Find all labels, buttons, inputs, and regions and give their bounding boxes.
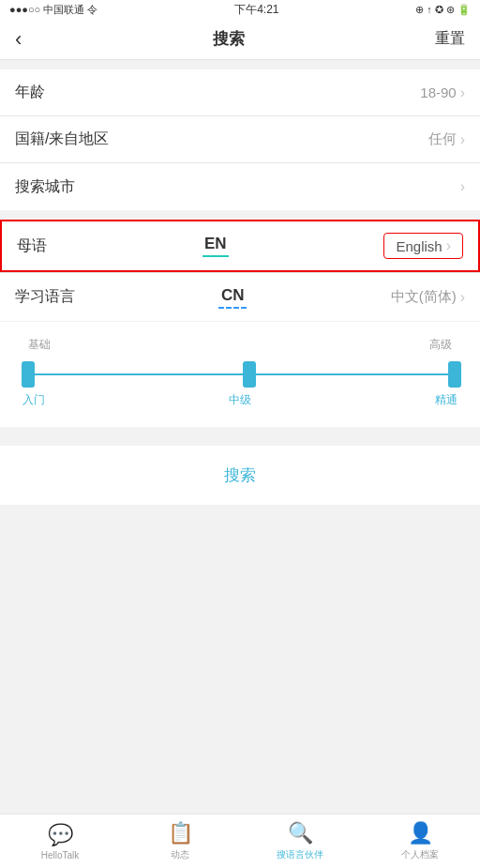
mother-tongue-section: 母语 EN English › <box>0 220 480 272</box>
slider-label-fluent: 精通 <box>435 392 458 408</box>
learn-language-code: CN <box>221 286 245 304</box>
page-title: 搜索 <box>213 28 245 50</box>
search-button[interactable]: 搜索 <box>224 464 256 486</box>
slider-thumb-middle[interactable] <box>243 361 256 388</box>
age-row[interactable]: 年龄 18-90 › <box>0 69 480 116</box>
search-button-section: 搜索 <box>0 446 480 505</box>
city-value: › <box>460 178 465 195</box>
nationality-row[interactable]: 国籍/来自地区 任何 › <box>0 116 480 163</box>
learn-code-underline <box>218 307 247 309</box>
tab-profile[interactable]: 👤 个人档案 <box>360 821 480 861</box>
slider-top-labels: 基础 高级 <box>19 337 461 353</box>
tab-search-icon: 🔍 <box>288 821 313 845</box>
city-chevron: › <box>460 178 465 195</box>
mother-tongue-language-box[interactable]: English › <box>383 233 463 259</box>
age-value: 18-90 › <box>420 84 465 101</box>
age-chevron: › <box>460 84 465 101</box>
mother-tongue-chevron: › <box>446 237 451 254</box>
city-label: 搜索城市 <box>15 177 75 197</box>
mother-tongue-label: 母语 <box>17 236 47 256</box>
section-gap-1 <box>0 60 480 69</box>
bottom-filler <box>0 505 480 832</box>
status-time: 下午4:21 <box>234 2 278 18</box>
slider-label-advanced: 高级 <box>429 337 452 353</box>
status-icons: ⊕ ↑ ✪ ⊛ 🔋 <box>415 4 471 16</box>
slider-track-container[interactable] <box>19 360 461 388</box>
tab-feed[interactable]: 📋 动态 <box>120 821 240 861</box>
mother-tongue-language-name: English <box>396 238 442 254</box>
tab-hellotalk[interactable]: 💬 HelloTalk <box>0 823 120 860</box>
learn-language-chevron: › <box>460 289 465 306</box>
slider-bottom-labels: 入门 中级 精通 <box>19 388 461 408</box>
nationality-value: 任何 › <box>428 130 465 148</box>
status-carrier: ●●●○○ 中国联通 令 <box>9 3 98 17</box>
mother-tongue-row[interactable]: 母语 EN English › <box>2 221 478 270</box>
slider-label-basic: 基础 <box>28 337 51 353</box>
nationality-label: 国籍/来自地区 <box>15 129 109 149</box>
slider-thumb-left[interactable] <box>22 361 35 388</box>
age-label: 年龄 <box>15 83 45 102</box>
basic-filters-section: 年龄 18-90 › 国籍/来自地区 任何 › 搜索城市 › <box>0 69 480 210</box>
learn-language-label: 学习语言 <box>15 287 75 307</box>
slider-label-beginner: 入门 <box>22 392 45 408</box>
reset-button[interactable]: 重置 <box>435 29 465 49</box>
status-bar: ●●●○○ 中国联通 令 下午4:21 ⊕ ↑ ✪ ⊛ 🔋 <box>0 0 480 19</box>
learn-language-value: 中文(简体) › <box>391 288 465 306</box>
section-gap-2 <box>0 210 480 220</box>
tab-feed-label: 动态 <box>171 848 189 861</box>
tab-profile-icon: 👤 <box>408 821 433 845</box>
slider-label-intermediate: 中级 <box>229 392 251 408</box>
section-gap-3 <box>0 427 480 436</box>
nav-bar: ‹ 搜索 重置 <box>0 19 480 60</box>
proficiency-slider-section: 基础 高级 入门 中级 精通 <box>0 322 480 427</box>
slider-thumb-right[interactable] <box>448 361 461 388</box>
tab-hellotalk-label: HelloTalk <box>41 850 80 860</box>
tab-bar: 💬 HelloTalk 📋 动态 🔍 搜语言伙伴 👤 个人档案 <box>0 814 480 868</box>
tab-search[interactable]: 🔍 搜语言伙伴 <box>240 821 360 861</box>
slider-track <box>28 373 452 375</box>
nationality-chevron: › <box>460 131 465 148</box>
back-button[interactable]: ‹ <box>15 27 22 52</box>
tab-search-label: 搜语言伙伴 <box>277 848 323 861</box>
learn-language-section: 学习语言 CN 中文(简体) › <box>0 272 480 321</box>
tab-hellotalk-icon: 💬 <box>48 823 73 847</box>
tab-profile-label: 个人档案 <box>401 848 439 861</box>
mother-tongue-code: EN <box>47 235 383 257</box>
city-row[interactable]: 搜索城市 › <box>0 163 480 210</box>
learn-language-row[interactable]: 学习语言 CN 中文(简体) › <box>0 272 480 321</box>
tab-feed-icon: 📋 <box>168 821 193 845</box>
